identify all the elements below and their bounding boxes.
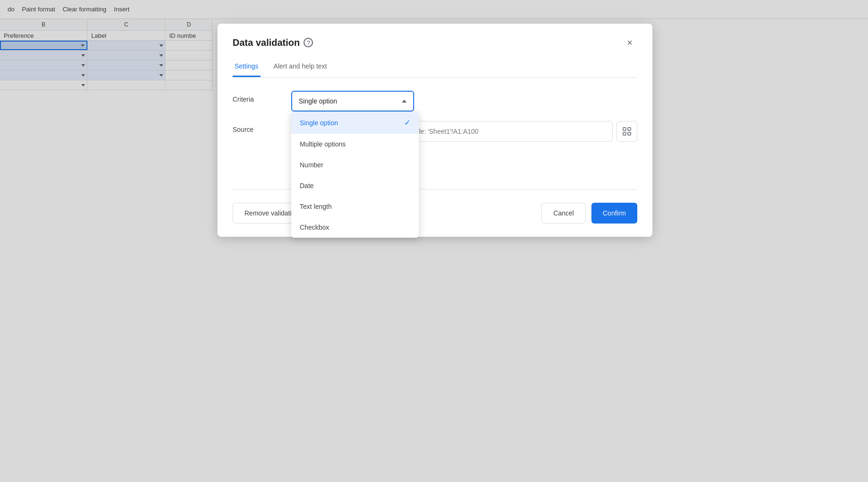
dropdown-item-date[interactable]: Date: [291, 175, 419, 196]
criteria-selected-value: Single option: [299, 97, 337, 105]
dropdown-item-text-length[interactable]: Text length: [291, 196, 419, 217]
confirm-button[interactable]: Confirm: [591, 203, 637, 224]
dropdown-item-label: Single option: [300, 119, 338, 127]
svg-rect-0: [623, 128, 626, 130]
dialog-header: Data validation ? ×: [233, 35, 637, 50]
dropdown-item-label: Text length: [300, 203, 332, 210]
criteria-label: Criteria: [233, 91, 280, 103]
criteria-select-wrapper: Single option Single option ✓ Multiple o…: [291, 91, 637, 112]
dropdown-item-single-option[interactable]: Single option ✓: [291, 112, 419, 134]
svg-rect-3: [628, 132, 631, 135]
checkmark-icon: ✓: [404, 118, 410, 127]
dropdown-item-label: Date: [300, 182, 314, 189]
grid-icon: [623, 127, 631, 136]
dialog-title: Data validation: [233, 37, 300, 48]
tab-alert-help[interactable]: Alert and help text: [272, 58, 329, 77]
svg-rect-1: [628, 128, 631, 130]
criteria-row: Criteria Single option Single option ✓ M…: [233, 91, 637, 112]
source-range-input[interactable]: [412, 121, 613, 142]
tab-settings[interactable]: Settings: [233, 58, 260, 77]
footer-actions: Cancel Confirm: [541, 203, 637, 224]
dropdown-item-multiple-options[interactable]: Multiple options: [291, 134, 419, 155]
chevron-up-icon: [402, 100, 407, 103]
close-button[interactable]: ×: [622, 35, 637, 50]
dropdown-item-number[interactable]: Number: [291, 155, 419, 175]
data-validation-dialog: Data validation ? × Settings Alert and h…: [217, 24, 652, 237]
source-label: Source: [233, 121, 280, 133]
dropdown-item-label: Multiple options: [300, 140, 346, 148]
cancel-button[interactable]: Cancel: [541, 203, 586, 224]
help-icon[interactable]: ?: [304, 38, 313, 47]
dropdown-item-checkbox[interactable]: Checkbox: [291, 217, 419, 238]
dialog-tabs: Settings Alert and help text: [233, 58, 637, 77]
dropdown-item-label: Number: [300, 161, 323, 169]
criteria-dropdown-menu: Single option ✓ Multiple options Number …: [291, 112, 419, 238]
criteria-dropdown[interactable]: Single option: [291, 91, 414, 112]
dialog-title-row: Data validation ?: [233, 37, 313, 48]
dropdown-item-label: Checkbox: [300, 224, 329, 231]
svg-rect-2: [623, 132, 626, 135]
grid-select-button[interactable]: [616, 121, 637, 142]
